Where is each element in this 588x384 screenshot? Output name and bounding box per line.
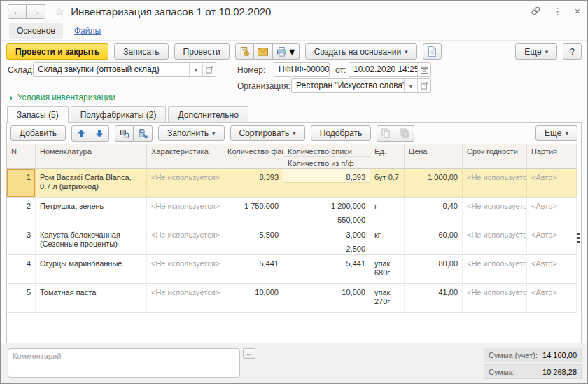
characteristic-cell[interactable]: <Не используется> [147, 255, 223, 283]
expiry-cell[interactable]: <Не используется> [463, 284, 527, 312]
save-button[interactable]: Записать [114, 43, 168, 60]
col-unit[interactable]: Ед. [370, 144, 405, 168]
characteristic-cell[interactable]: <Не используется> [147, 284, 223, 312]
forward-button[interactable]: → [27, 4, 46, 19]
col-qty-list[interactable]: Количество описи Количество из п/ф [284, 144, 370, 168]
qty-list-cell[interactable]: 10,000 [284, 284, 370, 312]
price-cell[interactable]: 60,00 [405, 226, 463, 254]
table-row[interactable]: 2Петрушка, зелень<Не используется>1 750,… [7, 198, 577, 226]
qty-fact-cell[interactable]: 1 750,000 [223, 198, 284, 226]
inventory-conditions-toggle[interactable]: › Условия инвентаризации [9, 92, 115, 102]
item-name-cell[interactable]: Петрушка, зелень [36, 198, 147, 226]
col-characteristic[interactable]: Характеристика [147, 144, 223, 168]
price-cell[interactable]: 0,40 [405, 198, 463, 226]
col-expiry[interactable]: Срок годности [463, 144, 527, 168]
paste-icon[interactable] [396, 125, 414, 142]
batch-cell[interactable]: <Авто> [527, 169, 577, 197]
tab-additional[interactable]: Дополнительно [168, 106, 248, 122]
col-qty-fact[interactable]: Количество факт [223, 144, 284, 168]
close-icon[interactable]: × [575, 6, 580, 16]
date-input[interactable]: 10.02.2020 14:25:03 [349, 62, 431, 77]
unit-cell[interactable]: г [370, 198, 405, 226]
qty-fact-cell[interactable]: 5,441 [223, 255, 284, 283]
tab-semifinished[interactable]: Полуфабрикаты (2) [71, 106, 167, 122]
tab-main[interactable]: Основное [9, 23, 63, 39]
more-button[interactable]: Еще▾ [515, 43, 557, 60]
expiry-cell[interactable]: <Не используется> [463, 226, 527, 254]
unit-cell[interactable]: бут 0.7 [370, 169, 405, 197]
qty-fact-cell[interactable]: 5,500 [223, 226, 284, 254]
col-n[interactable]: N [7, 144, 36, 168]
table-row[interactable]: 4Огурцы маринованные<Не используется>5,4… [7, 255, 577, 284]
new-document-icon[interactable] [423, 43, 442, 60]
warehouse-dropdown-icon[interactable]: ▾ [189, 63, 202, 76]
expiry-cell[interactable]: <Не используется> [463, 198, 527, 226]
print-icon[interactable]: ▾ [273, 43, 300, 60]
organization-combobox[interactable]: Ресторан "Искусство слова" ▾ [291, 78, 431, 93]
qty-list-cell[interactable]: 8,393 [284, 169, 370, 197]
price-cell[interactable]: 80,00 [405, 255, 463, 283]
table-row[interactable]: 3Капуста белокочанная (Сезонные проценты… [7, 226, 577, 255]
price-cell[interactable]: 41,00 [405, 284, 463, 312]
help-button[interactable]: ? [563, 43, 582, 60]
post-document-icon[interactable] [235, 43, 254, 60]
row-number-cell[interactable]: 3 [7, 226, 36, 254]
table-row[interactable]: 5Томатная паста<Не используется>10,00010… [7, 284, 577, 313]
qty-list-cell[interactable]: 5,441 [284, 255, 370, 283]
copy-icon[interactable] [377, 125, 396, 142]
item-name-cell[interactable]: Капуста белокочанная (Сезонные проценты) [36, 226, 147, 254]
warehouse-combobox[interactable]: Склад закупки (оптовый склад) ▾ [33, 62, 216, 77]
item-name-cell[interactable]: Ром Bacardi Carta Blanca, 0.7 л (штрихко… [36, 169, 147, 197]
move-down-icon[interactable] [90, 125, 109, 142]
back-button[interactable]: ← [8, 4, 27, 19]
warehouse-open-icon[interactable] [202, 63, 216, 76]
row-number-cell[interactable]: 5 [7, 284, 36, 312]
barcode-scan-icon[interactable] [115, 125, 134, 142]
scrollbar-thumb[interactable] [578, 233, 580, 243]
calendar-icon[interactable] [417, 63, 430, 76]
qty-list-cell[interactable]: 3,0002,500 [284, 226, 370, 254]
price-cell[interactable]: 1 000,00 [405, 169, 463, 197]
add-row-button[interactable]: Добавить [10, 125, 66, 141]
col-item[interactable]: Номенклатура [36, 144, 147, 168]
fill-button[interactable]: Заполнить▾ [158, 125, 224, 141]
expiry-cell[interactable]: <Не используется> [463, 255, 527, 283]
batch-cell[interactable]: <Авто> [527, 226, 577, 254]
col-price[interactable]: Цена [405, 144, 463, 168]
unit-cell[interactable]: упак 270г [370, 284, 405, 312]
expiry-cell[interactable]: <Не используется> [463, 169, 527, 197]
characteristic-cell[interactable]: <Не используется> [147, 169, 223, 197]
qty-fact-cell[interactable]: 10,000 [223, 284, 284, 312]
comment-input[interactable] [8, 348, 240, 378]
item-name-cell[interactable]: Томатная паста [36, 284, 147, 312]
batch-cell[interactable]: <Авто> [527, 198, 577, 226]
row-number-cell[interactable]: 2 [7, 198, 36, 226]
email-icon[interactable] [254, 43, 273, 60]
comment-expand-button[interactable]: ... [243, 348, 255, 359]
batch-cell[interactable]: <Авто> [527, 284, 577, 312]
sort-button[interactable]: Сортировать▾ [230, 125, 305, 141]
data-terminal-icon[interactable] [134, 125, 153, 142]
organization-dropdown-icon[interactable]: ▾ [404, 79, 417, 92]
characteristic-cell[interactable]: <Не используется> [147, 198, 223, 226]
tab-stock[interactable]: Запасы (5) [7, 106, 69, 123]
more-menu-icon[interactable]: ⋮ [553, 6, 563, 16]
files-link[interactable]: Файлы [74, 26, 101, 36]
create-based-on-button[interactable]: Создать на основании▾ [305, 43, 417, 60]
move-up-icon[interactable] [71, 125, 90, 142]
link-icon[interactable] [531, 6, 541, 18]
grid-more-button[interactable]: Еще▾ [536, 125, 578, 141]
qty-list-cell[interactable]: 1 200,000550,000 [284, 198, 370, 226]
number-input[interactable]: НФНФ-000001 [274, 62, 330, 77]
favorite-star-icon[interactable]: ☆ [54, 4, 64, 19]
item-name-cell[interactable]: Огурцы маринованные [36, 255, 147, 283]
qty-fact-cell[interactable]: 8,393 [223, 169, 284, 197]
unit-cell[interactable]: кг [370, 226, 405, 254]
organization-open-icon[interactable] [417, 79, 430, 92]
row-number-cell[interactable]: 4 [7, 255, 36, 283]
table-row[interactable]: 1Ром Bacardi Carta Blanca, 0.7 л (штрихк… [7, 169, 577, 198]
pick-button[interactable]: Подобрать [311, 125, 371, 141]
post-button[interactable]: Провести [174, 43, 230, 60]
post-and-close-button[interactable]: Провести и закрыть [6, 43, 108, 60]
characteristic-cell[interactable]: <Не используется> [147, 226, 223, 254]
